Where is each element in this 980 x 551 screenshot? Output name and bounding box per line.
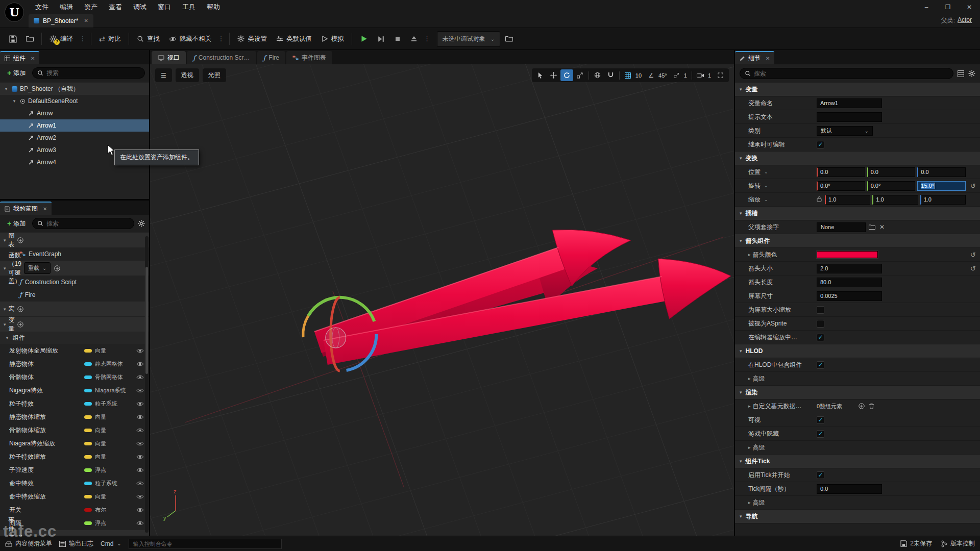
vector-field-z[interactable]: 1.0 <box>920 195 966 205</box>
vector-field-x[interactable]: 0.0° <box>817 181 865 191</box>
menu-item-查看[interactable]: 查看 <box>103 1 128 14</box>
variable-row[interactable]: 命中特效粒子系统 <box>0 477 149 490</box>
world-local-toggle-icon[interactable] <box>591 69 604 81</box>
variable-row[interactable]: 粒子特效粒子系统 <box>0 397 149 410</box>
editor-tab-Fire[interactable]: ƒFire <box>257 51 285 64</box>
expander-icon[interactable]: ▸ <box>748 445 751 450</box>
editor-tab-Construction Scr…[interactable]: ƒConstruction Scr… <box>187 51 256 64</box>
menu-item-文件[interactable]: 文件 <box>30 1 54 14</box>
close-icon[interactable]: ✕ <box>766 56 770 61</box>
visibility-eye-icon[interactable] <box>134 441 144 446</box>
collapse-caret-icon[interactable]: ▾ <box>740 348 742 354</box>
details-category-组件Tick[interactable]: ▾组件Tick <box>735 455 980 468</box>
list-item-Fire[interactable]: ƒFire <box>0 288 149 301</box>
debug-object-dropdown[interactable]: 未选中调试对象 ⌄ <box>437 31 500 47</box>
viewport-3d-scene[interactable] <box>150 64 734 536</box>
checkbox-启用Tick并开始[interactable]: ✓ <box>817 471 824 479</box>
collapse-caret-icon[interactable]: ▾ <box>740 211 742 216</box>
scale-snap-icon[interactable] <box>670 69 683 81</box>
diff-button[interactable]: ⇄对比 <box>95 31 125 47</box>
collapse-caret-icon[interactable]: ▾ <box>740 459 742 464</box>
select-tool-icon[interactable] <box>534 69 547 81</box>
view-mode-dropdown[interactable]: 光照 <box>203 68 226 82</box>
variable-row[interactable]: 粒子特效缩放向量 <box>0 450 149 463</box>
number-input-箭头大小[interactable] <box>817 264 882 273</box>
vector-field-y[interactable]: 0.0 <box>867 167 916 177</box>
variable-row[interactable]: Niagara特效缩放向量 <box>0 437 149 450</box>
checkbox-为屏幕大小缩放[interactable] <box>817 306 824 314</box>
visibility-eye-icon[interactable] <box>134 494 144 499</box>
component-tree-row[interactable]: ▾BP_Shooter （自我） <box>0 83 149 95</box>
scale-snap-value[interactable]: 1 <box>683 72 690 79</box>
collapse-caret-icon[interactable]: ▾ <box>740 87 742 92</box>
details-category-导航[interactable]: ▾导航 <box>735 510 980 523</box>
rotate-tool-icon[interactable] <box>560 69 573 81</box>
color-swatch[interactable] <box>817 251 878 258</box>
checkbox-游戏中隐藏[interactable]: ✓ <box>817 430 824 438</box>
visibility-eye-icon[interactable] <box>134 374 144 380</box>
vector-field-z[interactable]: 15.0° <box>917 181 966 191</box>
combo-box-类别[interactable]: 默认⌄ <box>817 126 873 136</box>
checkbox-在HLOD中包含组件[interactable]: ✓ <box>817 361 824 369</box>
close-icon[interactable]: ✕ <box>43 206 47 212</box>
reset-to-default-icon[interactable]: ↺ <box>970 265 976 272</box>
collapse-caret-icon[interactable]: ▾ <box>740 238 742 243</box>
variable-row[interactable]: 开关布尔 <box>0 503 149 516</box>
number-input-屏幕尺寸[interactable] <box>817 291 882 301</box>
rotation-snap-icon[interactable]: ∠ <box>645 69 657 81</box>
eject-button[interactable] <box>406 32 422 46</box>
details-category-变量[interactable]: ▾变量 <box>735 83 980 96</box>
reset-to-default-icon[interactable]: ↺ <box>970 182 976 190</box>
list-item-EventGraph[interactable]: ▸EventGraph <box>0 247 149 260</box>
camera-speed-value[interactable]: 1 <box>707 72 714 79</box>
details-category-渲染[interactable]: ▾渲染 <box>735 386 980 399</box>
collapse-caret-icon[interactable]: ▾ <box>4 238 6 243</box>
checkbox-在编辑器缩放中…[interactable]: ✓ <box>817 334 824 341</box>
unsaved-assets-button[interactable]: 2未保存 <box>900 539 932 548</box>
viewport-panel[interactable]: ☰ 透视 光照 10 ∠ 45° <box>150 64 734 536</box>
class-defaults-button[interactable]: 类默认值 <box>272 31 316 47</box>
list-item-Construction Script[interactable]: ƒConstruction Script <box>0 276 149 288</box>
rotation-snap-value[interactable]: 45° <box>658 72 670 79</box>
details-search-input[interactable] <box>754 70 948 77</box>
grid-snap-icon[interactable] <box>622 69 634 81</box>
visibility-eye-icon[interactable] <box>134 454 144 460</box>
checkbox-可视[interactable]: ✓ <box>817 416 824 424</box>
details-search[interactable] <box>740 68 953 79</box>
checkbox-被视为ASprite[interactable] <box>817 320 824 328</box>
section-graphs[interactable]: ▾图表 <box>0 233 149 247</box>
my-blueprint-search[interactable] <box>32 218 134 229</box>
collapse-caret-icon[interactable]: ▾ <box>4 307 6 312</box>
browse-socket-icon[interactable] <box>868 224 876 230</box>
visibility-eye-icon[interactable] <box>134 361 144 367</box>
clear-socket-icon[interactable]: ✕ <box>878 223 886 231</box>
visibility-eye-icon[interactable] <box>134 388 144 393</box>
close-button[interactable]: ✕ <box>959 0 980 14</box>
visibility-eye-icon[interactable] <box>134 507 144 513</box>
variable-row[interactable]: 静态物体静态网格体 <box>0 357 149 370</box>
display-filter-icon[interactable] <box>958 70 964 77</box>
expander-icon[interactable]: ▸ <box>748 404 751 409</box>
simulate-button[interactable]: 模拟 <box>317 31 348 47</box>
camera-speed-icon[interactable] <box>694 69 707 81</box>
move-tool-icon[interactable] <box>547 69 560 81</box>
reset-to-default-icon[interactable]: ↺ <box>970 251 976 259</box>
details-category-箭头组件[interactable]: ▾箭头组件 <box>735 234 980 248</box>
grid-snap-value[interactable]: 10 <box>635 72 644 79</box>
maximize-button[interactable]: ❐ <box>937 0 959 14</box>
axis-space-combo-icon[interactable]: ⌄ <box>764 197 768 202</box>
component-tree-row[interactable]: ▾DefaultSceneRoot <box>0 95 149 107</box>
visibility-eye-icon[interactable] <box>134 520 144 526</box>
surface-snap-icon[interactable] <box>604 69 617 81</box>
checkbox-继承时可编辑[interactable]: ✓ <box>817 141 824 148</box>
collapse-caret-icon[interactable]: ▾ <box>740 390 742 395</box>
vector-field-y[interactable]: 0.0° <box>867 181 916 191</box>
components-search-input[interactable] <box>46 69 140 77</box>
console-command-input[interactable] <box>129 539 282 549</box>
tree-caret-icon[interactable]: ▾ <box>11 98 17 104</box>
axis-space-combo-icon[interactable]: ⌄ <box>764 183 768 188</box>
expander-icon[interactable]: ▸ <box>748 376 751 381</box>
browse-asset-button[interactable] <box>22 32 38 45</box>
add-icon[interactable] <box>17 306 23 312</box>
vector-field-x[interactable]: 1.0 <box>825 195 870 205</box>
